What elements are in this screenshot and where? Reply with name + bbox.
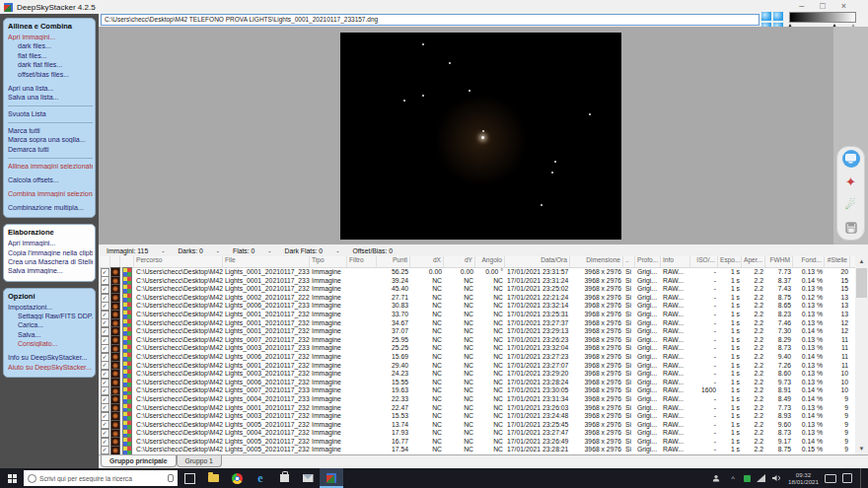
sidebar-link[interactable]: Salva una lista... (8, 94, 93, 101)
task-view-button[interactable] (178, 468, 201, 488)
table-row[interactable]: ✓C:\Users\checc\Desktop\M42 TELEF...Ligh… (99, 379, 855, 387)
volume-icon[interactable] (772, 474, 782, 482)
column-header[interactable]: Punti (377, 256, 410, 267)
image-preview-area[interactable] (99, 27, 833, 244)
column-header[interactable]: Angolo (475, 256, 505, 267)
column-header[interactable]: #Stelle (825, 256, 850, 267)
sidebar-link[interactable]: Info su DeepSkyStacker... (8, 354, 93, 361)
sidebar-link[interactable]: Aiuto su DeepSkyStacker... (8, 364, 93, 371)
sidebar-link[interactable]: Marca sopra una soglia... (8, 136, 93, 143)
store-button[interactable] (272, 468, 296, 488)
hidden-icons-chevron[interactable]: ^ (728, 475, 738, 482)
comet-icon[interactable]: ☄ (842, 196, 860, 214)
table-row[interactable]: ✓C:\Users\checc\Desktop\M42 TELEF...Ligh… (99, 429, 855, 438)
monitor-icon[interactable] (842, 150, 860, 168)
taskbar-search-input[interactable]: Scrivi qui per eseguire la ricerca (24, 470, 178, 486)
sidebar-link[interactable]: Marca tutti (8, 122, 93, 134)
save-icon[interactable] (842, 219, 860, 237)
table-row[interactable]: ✓C:\Users\checc\Desktop\M42 TELEF...Ligh… (99, 327, 855, 336)
scroll-down-arrow[interactable]: ▼ (855, 444, 868, 454)
table-row[interactable]: ✓C:\Users\checc\Desktop\M42 TELEF...Ligh… (99, 395, 855, 404)
table-row[interactable]: ✓C:\Users\checc\Desktop\M42 TELEF...Ligh… (99, 311, 855, 319)
sidebar-link[interactable]: flat files... (8, 52, 93, 59)
column-header[interactable]: dX (410, 256, 444, 267)
star-icon[interactable]: ✦ (842, 173, 860, 190)
column-header[interactable]: Info (661, 256, 690, 267)
table-row[interactable]: ✓C:\Users\checc\Desktop\M42 TELEF...Ligh… (99, 319, 855, 328)
histogram-gradient-bar[interactable] (789, 12, 856, 23)
column-header[interactable]: Filtro (347, 256, 377, 267)
table-row[interactable]: ✓C:\Users\checc\Desktop\M42 TELEF...Ligh… (99, 421, 855, 430)
column-header[interactable]: Espo... (718, 256, 742, 267)
column-header[interactable]: Tipo (310, 256, 347, 267)
column-header[interactable]: FWHM (765, 256, 793, 267)
deepskystacker-taskbar-button[interactable] (320, 468, 343, 488)
sidebar-link[interactable]: Apri una lista... (8, 85, 93, 92)
column-header[interactable]: File (223, 256, 310, 267)
sidebar-link[interactable]: Consigliato... (8, 340, 93, 347)
close-button[interactable]: × (841, 0, 846, 12)
sidebar-link[interactable]: offset/bias files... (8, 71, 93, 78)
table-row[interactable]: ✓C:\Users\checc\Desktop\M42 TELEF...Ligh… (99, 438, 855, 447)
sidebar-link[interactable]: Apri immagini... (8, 34, 93, 40)
mail-button[interactable] (296, 468, 320, 488)
table-row[interactable]: ✓C:\Users\checc\Desktop\M42 TELEF...Ligh… (99, 344, 855, 353)
scrollbar-thumb[interactable] (856, 268, 867, 298)
table-row[interactable]: ✓C:\Users\checc\Desktop\M42 TELEF...Ligh… (99, 268, 855, 277)
sidebar-link[interactable]: Calcola offsets... (8, 176, 93, 183)
sidebar-link[interactable]: Combina immagini selezionate... (8, 190, 93, 197)
microphone-icon[interactable] (168, 474, 174, 482)
start-button[interactable] (0, 468, 24, 488)
table-scrollbar[interactable]: ▲ ▼ (855, 256, 868, 454)
sidebar-link[interactable]: Combinazione multipla... (8, 204, 93, 211)
sidebar-link[interactable]: Carica... (8, 321, 93, 328)
column-header[interactable]: Profo... (635, 256, 661, 267)
column-header[interactable]: dY (444, 256, 475, 267)
action-center-icon[interactable] (842, 473, 852, 483)
group-tab[interactable]: Gruppo 1 (177, 455, 222, 467)
scroll-up-arrow[interactable]: ▲ (855, 256, 868, 267)
maximize-button[interactable]: □ (820, 0, 825, 12)
sidebar-link[interactable]: Salva... (8, 331, 93, 338)
sidebar-link[interactable]: dark files... (8, 42, 93, 49)
column-header[interactable]: .. (623, 256, 635, 267)
table-row[interactable]: ✓C:\Users\checc\Desktop\M42 TELEF...Ligh… (99, 285, 855, 294)
table-row[interactable]: ✓C:\Users\checc\Desktop\M42 TELEF...Ligh… (99, 353, 855, 362)
astro-image[interactable] (340, 33, 621, 240)
table-row[interactable]: ✓C:\Users\checc\Desktop\M42 TELEF...Ligh… (99, 370, 855, 379)
group-tab[interactable]: Gruppo principale (101, 455, 177, 467)
sidebar-link[interactable]: Impostazioni... (8, 304, 93, 311)
sidebar-link[interactable]: Demarca tutti (8, 146, 93, 153)
app-green-tray-icon[interactable] (744, 475, 751, 482)
chrome-button[interactable] (225, 468, 249, 488)
column-header[interactable]: ISO/... (690, 256, 718, 267)
file-explorer-button[interactable] (201, 468, 225, 488)
sidebar-link[interactable]: Allinea immagini selezionate... (8, 158, 93, 170)
people-icon[interactable] (712, 474, 722, 482)
edge-button[interactable]: e (249, 468, 272, 488)
sidebar-link[interactable]: Svuota Lista (8, 105, 93, 117)
sidebar-link[interactable]: dark flat files... (8, 61, 93, 68)
sidebar-link[interactable]: Salva immagine... (8, 267, 93, 274)
taskbar-clock[interactable]: 09:32 18/01/2021 (788, 471, 819, 485)
sidebar-link[interactable]: Settaggi Raw/FITS DDP... (8, 313, 93, 319)
keyboard-icon[interactable] (825, 474, 836, 483)
sidebar-link[interactable]: Apri immagini... (8, 240, 93, 246)
table-row[interactable]: ✓C:\Users\checc\Desktop\M42 TELEF...Ligh… (99, 404, 855, 413)
column-header[interactable]: Data/Ora (505, 256, 570, 267)
show-desktop-button[interactable] (860, 468, 864, 488)
table-row[interactable]: ✓C:\Users\checc\Desktop\M42 TELEF...Ligh… (99, 446, 855, 454)
table-row[interactable]: ✓C:\Users\checc\Desktop\M42 TELEF...Ligh… (99, 386, 855, 395)
column-header[interactable]: Dimensione (570, 256, 623, 267)
sidebar-link[interactable]: Crea una Maschera di Stelle... (8, 258, 93, 265)
table-row[interactable]: ✓C:\Users\checc\Desktop\M42 TELEF...Ligh… (99, 336, 855, 345)
table-row[interactable]: ✓C:\Users\checc\Desktop\M42 TELEF...Ligh… (99, 362, 855, 371)
table-row[interactable]: ✓C:\Users\checc\Desktop\M42 TELEF...Ligh… (99, 277, 855, 286)
minimize-button[interactable]: – (799, 0, 804, 12)
column-header[interactable]: Percorso (134, 256, 223, 267)
network-icon[interactable] (757, 474, 766, 482)
row-checkbox[interactable]: ✓ (101, 446, 109, 454)
table-row[interactable]: ✓C:\Users\checc\Desktop\M42 TELEF...Ligh… (99, 412, 855, 421)
column-header[interactable]: Fond... (793, 256, 825, 267)
column-header[interactable]: Aper... (742, 256, 765, 267)
